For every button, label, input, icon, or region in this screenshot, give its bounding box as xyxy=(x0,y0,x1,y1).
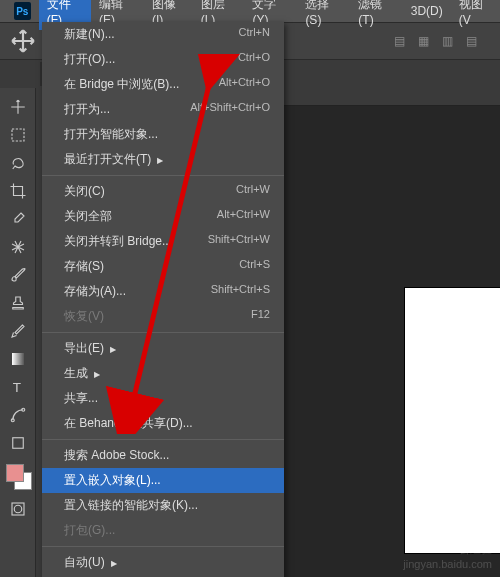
color-swatches[interactable] xyxy=(2,462,34,494)
healing-tool[interactable] xyxy=(4,234,32,260)
fg-color-swatch[interactable] xyxy=(6,464,24,482)
menubar: Ps 文件(F) 编辑(E) 图像(I) 图层(L) 文字(Y) 选择(S) 滤… xyxy=(0,0,500,22)
menu-item[interactable]: 打开(O)...Ctrl+O xyxy=(42,47,284,72)
menu-3d[interactable]: 3D(D) xyxy=(403,1,451,21)
menu-item[interactable]: 自动(U) xyxy=(42,550,284,575)
menu-filter[interactable]: 滤镜(T) xyxy=(350,0,402,30)
history-brush-tool[interactable] xyxy=(4,318,32,344)
menu-item[interactable]: 关闭并转到 Bridge...Shift+Ctrl+W xyxy=(42,229,284,254)
align-top-icon[interactable]: ▤ xyxy=(462,32,480,50)
align-right-icon[interactable]: ▥ xyxy=(438,32,456,50)
gradient-tool[interactable] xyxy=(4,346,32,372)
shape-tool[interactable] xyxy=(4,430,32,456)
type-tool[interactable]: T xyxy=(4,374,32,400)
svg-point-7 xyxy=(14,505,22,513)
menu-item[interactable]: 关闭全部Alt+Ctrl+W xyxy=(42,204,284,229)
move-tool[interactable] xyxy=(4,94,32,120)
align-icons-group: ▤ ▦ ▥ ▤ xyxy=(390,32,480,50)
menu-item[interactable]: 生成 xyxy=(42,361,284,386)
watermark: Bai公经验 jingyan.baidu.com xyxy=(403,542,492,571)
ps-logo-icon: Ps xyxy=(14,2,31,20)
menu-item[interactable]: 关闭(C)Ctrl+W xyxy=(42,179,284,204)
menu-item[interactable]: 新建(N)...Ctrl+N xyxy=(42,22,284,47)
menu-item[interactable]: 打开为智能对象... xyxy=(42,122,284,147)
menu-item[interactable]: 置入嵌入对象(L)... xyxy=(42,468,284,493)
menu-item[interactable]: 置入链接的智能对象(K)... xyxy=(42,493,284,518)
path-tool[interactable] xyxy=(4,402,32,428)
menu-item[interactable]: 打开为...Alt+Shift+Ctrl+O xyxy=(42,97,284,122)
move-tool-icon[interactable] xyxy=(10,28,36,54)
stamp-tool[interactable] xyxy=(4,290,32,316)
menu-item[interactable]: 最近打开文件(T) xyxy=(42,147,284,172)
tools-panel: T xyxy=(0,88,36,577)
menu-item[interactable]: 存储(S)Ctrl+S xyxy=(42,254,284,279)
menu-item[interactable]: 在 Behance 上共享(D)... xyxy=(42,411,284,436)
menu-item[interactable]: 导出(E) xyxy=(42,336,284,361)
menu-item: 打包(G)... xyxy=(42,518,284,543)
eyedropper-tool[interactable] xyxy=(4,206,32,232)
svg-rect-5 xyxy=(12,438,23,449)
lasso-tool[interactable] xyxy=(4,150,32,176)
marquee-tool[interactable] xyxy=(4,122,32,148)
menu-select[interactable]: 选择(S) xyxy=(297,0,350,30)
menu-item[interactable]: 搜索 Adobe Stock... xyxy=(42,443,284,468)
menu-view[interactable]: 视图(V xyxy=(451,0,500,30)
align-center-icon[interactable]: ▦ xyxy=(414,32,432,50)
quickmask-tool[interactable] xyxy=(4,496,32,522)
svg-rect-1 xyxy=(12,353,24,365)
menu-item: 恢复(V)F12 xyxy=(42,304,284,329)
crop-tool[interactable] xyxy=(4,178,32,204)
menu-item[interactable]: 共享... xyxy=(42,386,284,411)
brush-tool[interactable] xyxy=(4,262,32,288)
menu-item[interactable]: 在 Bridge 中浏览(B)...Alt+Ctrl+O xyxy=(42,72,284,97)
menu-item[interactable]: 存储为(A)...Shift+Ctrl+S xyxy=(42,279,284,304)
align-left-icon[interactable]: ▤ xyxy=(390,32,408,50)
svg-text:T: T xyxy=(12,380,20,395)
file-menu-dropdown: 新建(N)...Ctrl+N打开(O)...Ctrl+O在 Bridge 中浏览… xyxy=(42,22,284,577)
document-canvas[interactable] xyxy=(405,288,500,553)
svg-rect-0 xyxy=(12,129,24,141)
